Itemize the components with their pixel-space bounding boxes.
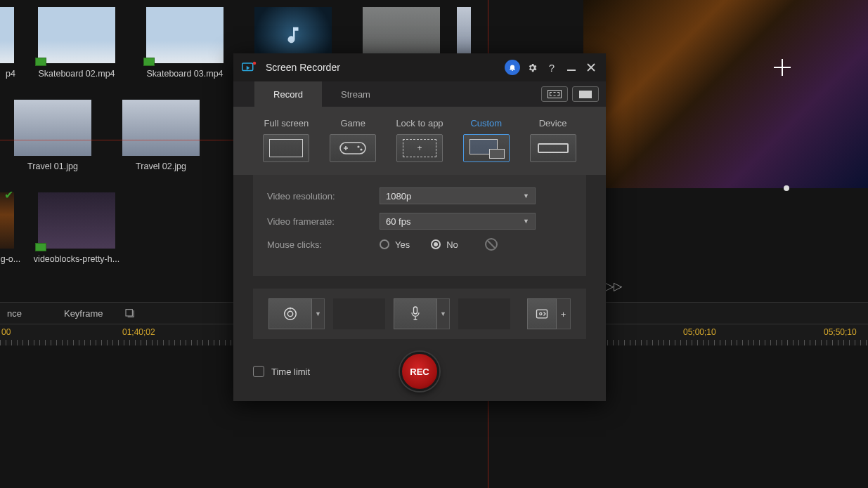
webcam-icon <box>535 307 549 321</box>
video-badge-icon <box>35 58 46 66</box>
preview-handle[interactable] <box>784 185 789 191</box>
music-note-icon <box>283 25 304 46</box>
record-button[interactable]: REC <box>400 352 439 391</box>
audio-level-2 <box>458 298 510 329</box>
keyframe-label[interactable]: Keyframe <box>64 308 103 319</box>
minimize-icon[interactable] <box>564 60 579 75</box>
microphone-button[interactable] <box>394 298 437 329</box>
media-thumb[interactable] <box>122 100 200 156</box>
screen-recorder-dialog: Screen Recorder ? Record Stream Full scr… <box>233 53 606 401</box>
capture-mode-row: Full screen Game Lock to app + Custom De… <box>233 107 606 175</box>
svg-point-12 <box>540 312 542 315</box>
media-thumb[interactable] <box>38 7 115 63</box>
mouse-clicks-yes-radio[interactable]: Yes <box>380 239 410 250</box>
help-icon[interactable]: ? <box>544 60 559 75</box>
media-label: Travel 02.jpg <box>108 161 214 171</box>
mode-lock-to-app[interactable]: Lock to app + <box>390 118 449 162</box>
video-badge-icon <box>35 243 46 251</box>
tab-stream[interactable]: Stream <box>322 81 389 107</box>
notification-bell-icon[interactable] <box>505 60 520 75</box>
media-label: p4 <box>0 69 21 79</box>
media-label: videoblocks-pretty-h... <box>24 254 129 264</box>
svg-rect-0 <box>126 310 132 316</box>
resolution-dropdown[interactable]: 1080p ▼ <box>380 187 536 204</box>
mode-custom[interactable]: Custom <box>457 118 516 162</box>
svg-point-9 <box>287 311 292 316</box>
chevron-down-icon: ▼ <box>523 192 529 199</box>
settings-panel: Video resolution: 1080p ▼ Video framerat… <box>253 175 586 276</box>
tabs-row: Record Stream <box>233 81 606 107</box>
mode-device[interactable]: Device <box>524 118 583 162</box>
media-thumb[interactable] <box>38 192 115 249</box>
speaker-icon <box>283 306 298 322</box>
time-limit-label[interactable]: Time limit <box>271 367 310 377</box>
check-icon: ✔ <box>4 188 13 202</box>
custom-region-icon <box>463 134 510 162</box>
toolbar-label: nce <box>7 308 22 319</box>
aspect-outline-button[interactable] <box>541 86 568 102</box>
media-label: Travel 01.jpg <box>0 161 105 171</box>
media-label: g-o... <box>0 254 21 264</box>
svg-rect-4 <box>567 70 576 71</box>
svg-point-6 <box>358 145 360 147</box>
media-label: Skateboard 03.mp4 <box>132 69 238 79</box>
footer-row: Time limit REC <box>233 352 606 401</box>
svg-marker-2 <box>247 66 250 70</box>
settings-gear-icon[interactable] <box>524 60 540 75</box>
microphone-dropdown[interactable]: ▼ <box>437 298 450 329</box>
keyframe-icon[interactable] <box>124 308 136 319</box>
chevron-down-icon: ▼ <box>523 218 529 225</box>
ruler-tick: 00 <box>1 327 11 337</box>
fullscreen-icon <box>263 134 309 162</box>
tab-record[interactable]: Record <box>254 81 322 107</box>
preview-panel[interactable] <box>583 0 868 188</box>
dialog-title: Screen Recorder <box>266 62 500 73</box>
titlebar: Screen Recorder ? <box>233 53 606 81</box>
add-overlay-button[interactable]: + <box>557 298 571 329</box>
media-thumb[interactable] <box>14 100 91 156</box>
system-audio-dropdown[interactable]: ▼ <box>312 298 325 329</box>
svg-rect-10 <box>414 307 417 314</box>
ruler-tick: 05;00;10 <box>683 327 716 337</box>
mode-fullscreen[interactable]: Full screen <box>257 118 316 162</box>
gamepad-icon <box>330 134 376 162</box>
media-thumb[interactable] <box>0 7 14 63</box>
mouse-clicks-no-radio[interactable]: No <box>431 239 458 250</box>
audio-level-1 <box>333 298 385 329</box>
media-thumb[interactable] <box>146 7 224 63</box>
video-badge-icon <box>143 58 155 66</box>
ruler-tick: 05;50;10 <box>824 327 857 337</box>
media-thumb[interactable]: ✔ <box>0 192 14 249</box>
svg-point-3 <box>253 62 257 65</box>
device-icon <box>530 134 576 162</box>
disabled-icon <box>485 238 498 251</box>
fast-forward-icon[interactable]: ▷▷ <box>605 279 622 293</box>
app-icon <box>242 60 259 74</box>
crosshair-cursor-icon <box>774 59 791 76</box>
framerate-label: Video framerate: <box>267 216 380 227</box>
ruler-tick: 01;40;02 <box>122 327 155 337</box>
lock-to-app-icon: + <box>396 134 443 162</box>
system-audio-button[interactable] <box>268 298 312 329</box>
close-icon[interactable] <box>583 60 599 75</box>
audio-sources-row: ▼ ▼ + <box>253 289 586 339</box>
webcam-button[interactable] <box>527 298 557 329</box>
svg-point-7 <box>361 148 363 150</box>
aspect-fill-button[interactable] <box>572 86 599 102</box>
time-limit-checkbox[interactable] <box>253 366 264 377</box>
resolution-label: Video resolution: <box>267 191 380 202</box>
svg-point-8 <box>285 308 297 320</box>
framerate-dropdown[interactable]: 60 fps ▼ <box>380 213 536 230</box>
microphone-icon <box>408 305 422 322</box>
media-label: Skateboard 02.mp4 <box>24 69 129 79</box>
mode-game[interactable]: Game <box>323 118 382 162</box>
mouse-clicks-label: Mouse clicks: <box>267 239 380 250</box>
